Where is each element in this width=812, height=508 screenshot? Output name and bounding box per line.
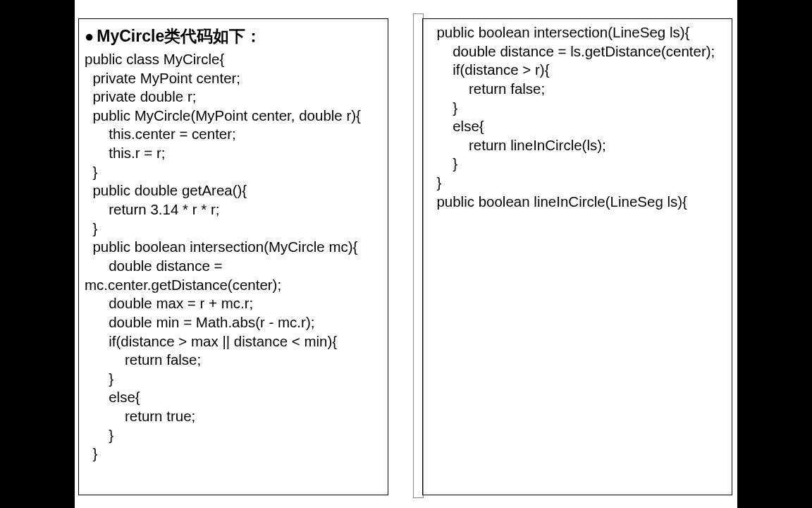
slide-page: ●MyCircle类代码如下： public class MyCircle{ p… [75,0,737,508]
right-panel: public boolean intersection(LineSeg ls){… [422,18,732,495]
heading-text: MyCircle类代码如下： [97,27,262,45]
heading: ●MyCircle类代码如下： [85,26,382,47]
left-panel: ●MyCircle类代码如下： public class MyCircle{ p… [78,18,388,495]
bullet-icon: ● [85,28,94,45]
right-code-block: public boolean intersection(LineSeg ls){… [429,23,726,211]
left-code-block: public class MyCircle{ private MyPoint c… [85,50,382,464]
